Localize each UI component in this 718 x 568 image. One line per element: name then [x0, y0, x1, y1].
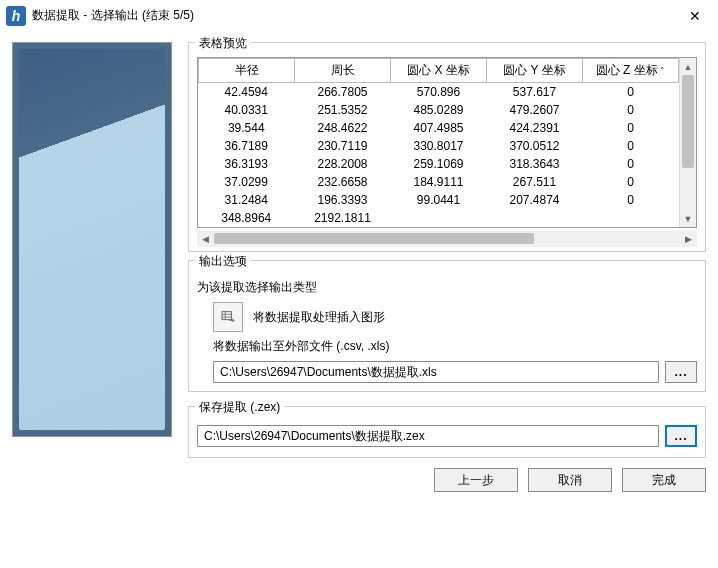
table-cell: 42.4594 — [199, 83, 295, 102]
app-icon: h — [6, 6, 26, 26]
table-cell: 407.4985 — [391, 119, 487, 137]
vertical-scrollbar[interactable]: ▲ ▼ — [679, 58, 696, 227]
prev-button[interactable]: 上一步 — [434, 468, 518, 492]
save-browse-button[interactable]: ... — [665, 425, 697, 447]
table-cell: 485.0289 — [391, 101, 487, 119]
table-cell — [487, 209, 583, 227]
scroll-right-arrow-icon[interactable]: ▶ — [680, 234, 697, 244]
table-row[interactable]: 40.0331251.5352485.0289479.26070 — [199, 101, 679, 119]
table-cell: 36.7189 — [199, 137, 295, 155]
table-row[interactable]: 39.544248.4622407.4985424.23910 — [199, 119, 679, 137]
preview-table[interactable]: 半径周长圆心 X 坐标圆心 Y 坐标圆心 Z 坐标 ˄ 42.4594266.7… — [198, 58, 679, 227]
save-extraction-group: 保存提取 (.zex) ... — [188, 406, 706, 458]
table-cell: 259.1069 — [391, 155, 487, 173]
table-row[interactable]: 42.4594266.7805570.896537.6170 — [199, 83, 679, 102]
table-cell: 99.0441 — [391, 191, 487, 209]
horizontal-scroll-thumb[interactable] — [214, 233, 534, 244]
table-cell: 267.511 — [487, 173, 583, 191]
table-cell: 0 — [583, 191, 679, 209]
table-cell: 228.2008 — [295, 155, 391, 173]
output-options-group: 输出选项 为该提取选择输出类型 将数据提取处理插入图形 将数据输出至外部文件 (… — [188, 260, 706, 392]
table-cell: 348.8964 — [199, 209, 295, 227]
table-cell: 2192.1811 — [295, 209, 391, 227]
save-extraction-title: 保存提取 (.zex) — [195, 399, 284, 416]
column-header[interactable]: 圆心 Y 坐标 — [487, 59, 583, 83]
sort-arrow-icon: ˄ — [658, 66, 666, 76]
insert-into-drawing-label: 将数据提取处理插入图形 — [253, 309, 385, 326]
table-cell: 0 — [583, 119, 679, 137]
horizontal-scrollbar[interactable]: ◀ ▶ — [197, 230, 697, 247]
table-row[interactable]: 36.7189230.7119330.8017370.05120 — [199, 137, 679, 155]
insert-into-drawing-button[interactable] — [213, 302, 243, 332]
table-cell: 424.2391 — [487, 119, 583, 137]
scroll-left-arrow-icon[interactable]: ◀ — [197, 234, 214, 244]
titlebar: h 数据提取 - 选择输出 (结束 5/5) ✕ — [0, 0, 718, 32]
vertical-scroll-thumb[interactable] — [682, 75, 694, 168]
table-cell: 230.7119 — [295, 137, 391, 155]
table-cell: 248.4622 — [295, 119, 391, 137]
table-cell: 266.7805 — [295, 83, 391, 102]
export-external-label: 将数据输出至外部文件 (.csv, .xls) — [197, 338, 697, 355]
column-header[interactable]: 半径 — [199, 59, 295, 83]
column-header[interactable]: 周长 — [295, 59, 391, 83]
dialog-footer: 上一步 取消 完成 — [0, 458, 718, 504]
table-cell: 370.0512 — [487, 137, 583, 155]
column-header[interactable]: 圆心 X 坐标 — [391, 59, 487, 83]
table-wrapper: 半径周长圆心 X 坐标圆心 Y 坐标圆心 Z 坐标 ˄ 42.4594266.7… — [197, 57, 697, 228]
table-cell: 232.6658 — [295, 173, 391, 191]
table-cell: 570.896 — [391, 83, 487, 102]
table-cell: 37.0299 — [199, 173, 295, 191]
table-cell: 0 — [583, 173, 679, 191]
table-row[interactable]: 37.0299232.6658184.9111267.5110 — [199, 173, 679, 191]
table-cell: 0 — [583, 155, 679, 173]
table-insert-icon — [220, 309, 236, 325]
output-subtitle: 为该提取选择输出类型 — [197, 279, 697, 296]
svg-rect-0 — [222, 312, 231, 320]
table-cell: 0 — [583, 137, 679, 155]
table-cell: 36.3193 — [199, 155, 295, 173]
scroll-down-arrow-icon[interactable]: ▼ — [680, 210, 696, 227]
table-preview-title: 表格预览 — [195, 35, 251, 52]
table-preview-group: 表格预览 半径周长圆心 X 坐标圆心 Y 坐标圆心 Z 坐标 ˄ 42.4594… — [188, 42, 706, 252]
table-cell: 40.0331 — [199, 101, 295, 119]
table-cell: 207.4874 — [487, 191, 583, 209]
table-cell: 39.544 — [199, 119, 295, 137]
table-cell — [583, 209, 679, 227]
table-cell — [391, 209, 487, 227]
save-path-input[interactable] — [197, 425, 659, 447]
cancel-button[interactable]: 取消 — [528, 468, 612, 492]
close-button[interactable]: ✕ — [672, 0, 718, 32]
table-cell: 318.3643 — [487, 155, 583, 173]
table-row[interactable]: 31.2484196.339399.0441207.48740 — [199, 191, 679, 209]
table-row[interactable]: 36.3193228.2008259.1069318.36430 — [199, 155, 679, 173]
export-browse-button[interactable]: ... — [665, 361, 697, 383]
table-cell: 251.5352 — [295, 101, 391, 119]
table-cell: 0 — [583, 101, 679, 119]
table-cell: 537.617 — [487, 83, 583, 102]
finish-button[interactable]: 完成 — [622, 468, 706, 492]
scroll-up-arrow-icon[interactable]: ▲ — [680, 58, 696, 75]
table-cell: 330.8017 — [391, 137, 487, 155]
table-cell: 184.9111 — [391, 173, 487, 191]
window-title: 数据提取 - 选择输出 (结束 5/5) — [32, 7, 194, 24]
output-options-title: 输出选项 — [195, 253, 251, 270]
table-row[interactable]: 348.89642192.1811 — [199, 209, 679, 227]
preview-thumbnail — [12, 42, 172, 437]
column-header[interactable]: 圆心 Z 坐标 ˄ — [583, 59, 679, 83]
table-cell: 479.2607 — [487, 101, 583, 119]
table-cell: 31.2484 — [199, 191, 295, 209]
table-cell: 0 — [583, 83, 679, 102]
export-path-input[interactable] — [213, 361, 659, 383]
table-cell: 196.3393 — [295, 191, 391, 209]
